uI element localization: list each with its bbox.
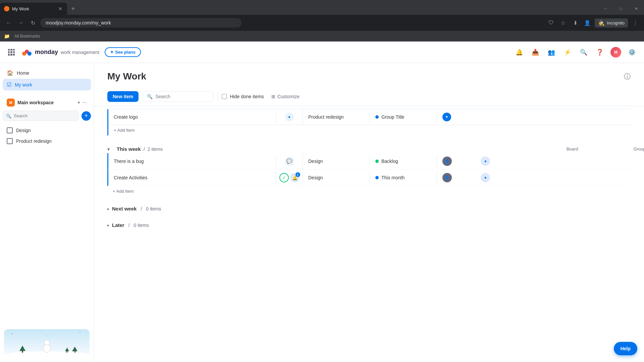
sidebar-item-home[interactable]: 🏠 Home — [3, 67, 91, 79]
row-board-bug: Design — [303, 155, 370, 167]
sidebar-add-button[interactable]: + — [82, 111, 91, 121]
overflow-item-name[interactable]: Create logo — [108, 111, 276, 123]
hide-done-checkbox[interactable] — [222, 94, 227, 99]
customize-button[interactable]: ⊞ Customize — [268, 92, 303, 101]
sidebar-board-item-design[interactable]: Design — [3, 125, 91, 136]
sidebar-item-my-work[interactable]: ☑ My work — [3, 79, 91, 90]
sidebar-search-input[interactable] — [3, 111, 79, 121]
row-status-icons-activities: ✓ 🔔 1 — [276, 170, 303, 186]
sidebar-board-item-product-redesign[interactable]: Product redesign — [3, 136, 91, 146]
reload-button[interactable]: ↻ — [28, 18, 38, 27]
help-center-icon[interactable]: ❓ — [594, 47, 605, 58]
row-board-activities: Design — [303, 172, 370, 184]
main-layout: 🏠 Home ☑ My work M Main workspace ▾ ··· — [0, 63, 644, 362]
table-row[interactable]: Create Activities ✓ 🔔 1 Design — [107, 170, 631, 186]
address-bar-row: ← → ↻ 🛡 ☆ ⬇ 👤 🕵 Incognito ⋮ — [0, 15, 644, 31]
board-icon-product-redesign — [7, 138, 13, 144]
later-section: ▸ Later / 0 items — [107, 218, 631, 232]
table-row[interactable]: There is a bug 💬 Design Backlog — [107, 153, 631, 170]
row-group-activities: This month — [370, 172, 437, 184]
my-work-icon: ☑ — [7, 81, 11, 88]
this-week-count: 2 items — [148, 146, 163, 152]
user-avatar[interactable]: M — [610, 47, 621, 58]
svg-point-2 — [28, 52, 32, 56]
logo-text: monday — [35, 49, 58, 56]
row-extra-activities: ✦ — [477, 170, 493, 186]
sidebar-board-label-product-redesign: Product redesign — [16, 138, 52, 144]
next-week-separator: / — [141, 206, 142, 212]
this-week-header: ▾ This week / 2 items Board Group — [107, 142, 631, 153]
row-group-bug: Backlog — [370, 155, 437, 167]
this-week-title: This week — [117, 146, 141, 152]
page-help-icon[interactable]: ⓘ — [624, 72, 631, 81]
hide-done-row[interactable]: Hide done items — [222, 94, 264, 99]
maximize-button[interactable]: □ — [613, 3, 629, 15]
download-icon[interactable]: ⬇ — [571, 18, 580, 27]
app-header: monday work management ✦ See plans 🔔 📥 👥… — [0, 42, 644, 63]
workspace-more-icon[interactable]: ··· — [83, 100, 87, 106]
page-title: My Work — [107, 71, 624, 82]
row-status-icon-bug: 💬 — [276, 153, 303, 169]
see-plans-button[interactable]: ✦ See plans — [105, 47, 141, 57]
sidebar-item-home-label: Home — [17, 70, 29, 76]
sidebar-item-my-work-label: My work — [15, 82, 32, 87]
integrations-icon[interactable]: ⚡ — [562, 47, 573, 58]
bookmark-icon[interactable]: ☆ — [558, 18, 568, 27]
sidebar-search-row: 🔍 + — [0, 111, 94, 124]
this-week-expand-icon[interactable]: ▾ — [107, 146, 114, 152]
sidebar-search-wrapper: 🔍 — [3, 111, 79, 121]
app-container: monday work management ✦ See plans 🔔 📥 👥… — [0, 42, 644, 362]
inbox-icon[interactable]: 📥 — [530, 47, 541, 58]
back-button[interactable]: ← — [4, 18, 13, 27]
sidebar-board-label-design: Design — [16, 128, 31, 133]
page-header: My Work ⓘ — [94, 63, 644, 87]
workspace-section: M Main workspace ▾ ··· — [0, 95, 94, 111]
extensions-menu[interactable]: ⋮ — [631, 18, 640, 27]
search-box-icon: 🔍 — [147, 94, 153, 99]
minimize-button[interactable]: ─ — [598, 3, 613, 15]
row-item-name-bug: There is a bug — [108, 155, 276, 167]
customize-icon: ⊞ — [271, 94, 275, 99]
global-search-icon[interactable]: 🔍 — [578, 47, 589, 58]
overflow-status-icon: ✦ — [276, 109, 303, 125]
sidebar-search-icon: 🔍 — [6, 113, 11, 118]
this-week-add-item[interactable]: + Add Item — [107, 186, 631, 196]
sidebar-nav: 🏠 Home ☑ My work — [0, 63, 94, 95]
new-item-button[interactable]: New item — [107, 91, 139, 102]
workspace-name: Main workspace — [17, 100, 75, 105]
workspace-header[interactable]: M Main workspace ▾ ··· — [3, 96, 91, 109]
row-item-name-activities: Create Activities — [108, 172, 276, 184]
invite-people-icon[interactable]: 👥 — [546, 47, 557, 58]
next-week-header[interactable]: ▸ Next week / 0 items — [107, 202, 631, 216]
new-tab-button[interactable]: + — [68, 4, 78, 13]
customize-label: Customize — [277, 94, 300, 99]
later-separator: / — [128, 223, 130, 228]
group-col-header: Group — [628, 146, 644, 152]
search-input[interactable] — [155, 94, 209, 99]
later-header[interactable]: ▸ Later / 0 items — [107, 218, 631, 232]
notification-bell-icon[interactable]: 🔔 — [514, 47, 525, 58]
tab-close-icon[interactable]: ✕ — [58, 6, 63, 11]
next-week-title: Next week — [112, 206, 137, 212]
board-icon-design — [7, 127, 13, 133]
address-input[interactable] — [40, 18, 241, 27]
bookmarks-label[interactable]: All Bookmarks — [12, 33, 42, 39]
hide-done-label: Hide done items — [230, 94, 264, 99]
bookmarks-bar: 📁 All Bookmarks — [0, 31, 644, 42]
later-title: Later — [112, 222, 124, 228]
next-week-expand-icon: ▸ — [107, 206, 109, 211]
settings-icon[interactable]: ⚙️ — [627, 47, 637, 58]
extension-icon[interactable]: 🛡 — [546, 18, 556, 27]
close-button[interactable]: ✕ — [629, 3, 644, 15]
overflow-add-item[interactable]: + Add Item — [108, 125, 631, 135]
home-icon: 🏠 — [7, 70, 13, 76]
app-grid-menu[interactable] — [7, 48, 16, 57]
profile-icon[interactable]: 👤 — [583, 18, 592, 27]
row-extra-bug: ✦ — [477, 153, 493, 169]
forward-button[interactable]: → — [16, 18, 25, 27]
this-week-section: ▾ This week / 2 items Board Group — [107, 142, 631, 196]
overflow-people: ✦ — [437, 109, 477, 125]
logo-sub: work management — [61, 50, 99, 55]
tab-favicon — [4, 6, 9, 11]
help-button[interactable]: Help — [614, 342, 637, 355]
